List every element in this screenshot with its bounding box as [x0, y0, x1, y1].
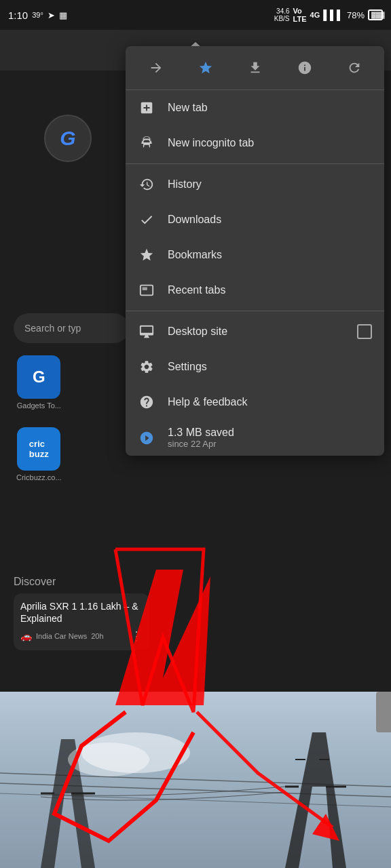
menu-divider-1	[126, 163, 384, 164]
menu-info-icon[interactable]	[290, 53, 320, 83]
network-speed-icon: 39°	[32, 11, 43, 19]
help-icon	[138, 393, 155, 411]
signal-icon: ▌▌▌	[323, 9, 343, 20]
mb-saved-icon	[138, 429, 155, 447]
menu-divider-2	[126, 311, 384, 311]
more-options-icon[interactable]: ⋮	[130, 629, 143, 644]
svg-point-12	[68, 743, 149, 776]
scroll-handle[interactable]	[376, 692, 391, 732]
bookmarks-label: Bookmarks	[168, 249, 372, 261]
menu-forward-icon[interactable]	[141, 53, 171, 83]
incognito-icon	[138, 134, 155, 152]
menu-star-icon[interactable]	[191, 53, 221, 83]
new-tab-label: New tab	[168, 102, 372, 114]
shortcut-cricbuzz[interactable]: cricbuzz Cricbuzz.co...	[16, 427, 62, 481]
gadgets-icon: G	[17, 355, 60, 399]
news-meta: 🚗 India Car News 20h ⋮	[20, 629, 143, 644]
settings-label: Settings	[168, 361, 372, 373]
menu-item-recent-tabs[interactable]: Recent tabs	[126, 273, 384, 308]
gallery-icon: ▦	[59, 10, 67, 20]
news-source: India Car News	[36, 632, 87, 640]
svg-marker-3	[285, 732, 346, 868]
menu-item-settings[interactable]: Settings	[126, 349, 384, 384]
menu-refresh-icon[interactable]	[339, 53, 369, 83]
discover-label: Discover	[14, 576, 149, 588]
navigation-icon: ➤	[48, 10, 55, 20]
dropdown-menu: New tab New incognito tab History Downlo…	[126, 46, 384, 456]
help-label: Help & feedback	[168, 396, 372, 408]
menu-download-icon[interactable]	[240, 53, 270, 83]
news-source-icon: 🚗	[20, 631, 32, 642]
network-speed: 34.6KB/S	[274, 7, 290, 22]
bottom-image	[0, 692, 391, 868]
cricbuzz-label: Cricbuzz.co...	[16, 473, 62, 481]
search-bar-text: Search or typ	[24, 323, 81, 334]
gadgets-label: Gadgets To...	[17, 401, 61, 410]
google-circle: G	[44, 115, 92, 162]
menu-item-bookmarks[interactable]: Bookmarks	[126, 237, 384, 273]
menu-item-desktop-site[interactable]: Desktop site	[126, 314, 384, 349]
bookmarks-icon	[138, 246, 155, 264]
menu-item-incognito[interactable]: New incognito tab	[126, 125, 384, 161]
news-title: Aprilia SXR 1 1.16 Lakh – & Explained	[20, 600, 143, 625]
downloads-icon	[138, 211, 155, 229]
shortcuts: G Gadgets To... cricbuzz Cricbuzz.co...	[16, 355, 62, 481]
svg-rect-14	[143, 287, 147, 290]
discover-section: Discover Aprilia SXR 1 1.16 Lakh – & Exp…	[14, 576, 149, 650]
desktop-site-label: Desktop site	[168, 326, 345, 338]
tower-svg	[0, 732, 391, 868]
battery-icon: ▓▓▓	[368, 9, 383, 20]
network-type: 4G	[310, 11, 320, 19]
menu-item-downloads[interactable]: Downloads	[126, 202, 384, 237]
search-bar[interactable]: Search or typ	[14, 313, 129, 343]
menu-item-history[interactable]: History	[126, 167, 384, 202]
battery-percentage: 78%	[347, 10, 365, 20]
settings-icon	[138, 358, 155, 376]
desktop-site-checkbox[interactable]	[357, 324, 372, 339]
status-right: 34.6KB/S VoLTE 4G ▌▌▌ 78% ▓▓▓	[274, 7, 383, 23]
mb-saved-since: since 22 Apr	[168, 439, 234, 449]
status-time: 1:10	[8, 9, 28, 21]
recent-tabs-label: Recent tabs	[168, 284, 372, 296]
menu-toolbar	[126, 46, 384, 90]
volte-icon: VoLTE	[293, 7, 307, 23]
recent-tabs-icon	[138, 281, 155, 299]
new-tab-icon	[138, 99, 155, 117]
history-icon	[138, 176, 155, 193]
mb-saved-text-block: 1.3 MB saved since 22 Apr	[168, 427, 234, 449]
shortcut-gadgets[interactable]: G Gadgets To...	[16, 355, 62, 410]
news-age: 20h	[91, 632, 103, 640]
menu-item-mb-saved[interactable]: 1.3 MB saved since 22 Apr	[126, 420, 384, 456]
menu-item-help[interactable]: Help & feedback	[126, 384, 384, 420]
mb-saved-amount: 1.3 MB saved	[168, 427, 234, 439]
incognito-label: New incognito tab	[168, 137, 372, 149]
status-left: 1:10 39° ➤ ▦	[8, 9, 67, 21]
news-card[interactable]: Aprilia SXR 1 1.16 Lakh – & Explained 🚗 …	[14, 593, 149, 650]
status-bar: 1:10 39° ➤ ▦ 34.6KB/S VoLTE 4G ▌▌▌ 78% ▓…	[0, 0, 391, 30]
history-label: History	[168, 178, 372, 191]
desktop-site-icon	[138, 323, 155, 340]
menu-item-new-tab[interactable]: New tab	[126, 90, 384, 125]
downloads-label: Downloads	[168, 214, 372, 226]
google-logo-area: G	[20, 111, 115, 165]
cricbuzz-icon: cricbuzz	[17, 427, 60, 471]
